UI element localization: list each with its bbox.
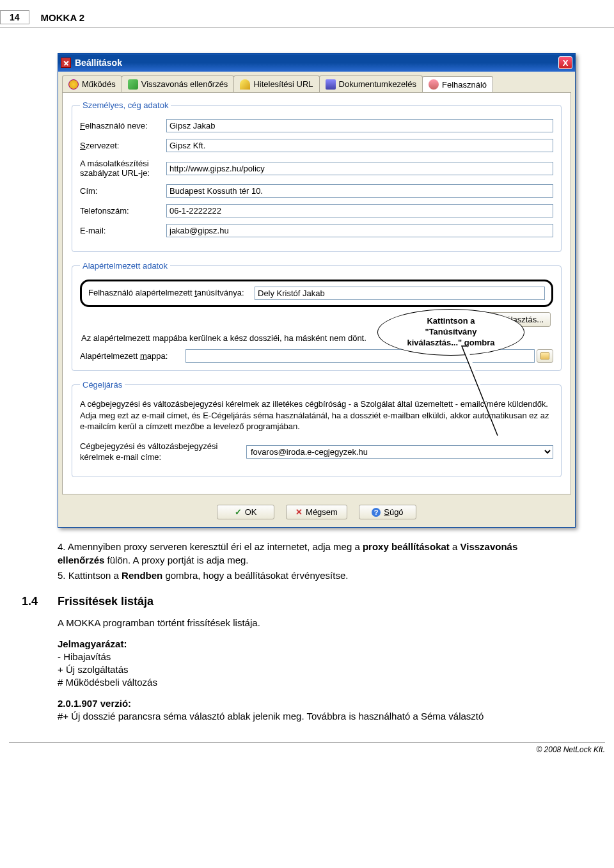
tab-panel-user: Kattintson a "Tanúsítvány kiválasztás...… — [62, 92, 571, 494]
input-policy-url[interactable] — [166, 162, 553, 175]
legend-title: Jelmagyarázat: — [58, 638, 127, 649]
tab-label: Működés — [82, 79, 116, 89]
callout-line: "Tanúsítvány — [387, 327, 515, 338]
tab-revocation[interactable]: Visszavonás ellenőrzés — [122, 75, 235, 92]
button-label: Súgó — [384, 507, 403, 517]
page-number: 14 — [0, 10, 29, 24]
tab-label: Dokumentumkezelés — [339, 79, 416, 89]
input-address[interactable] — [166, 184, 553, 198]
input-phone[interactable] — [166, 204, 553, 217]
titlebar: Beállítások X — [58, 54, 575, 72]
button-label: Mégsem — [306, 507, 338, 517]
folder-icon — [540, 352, 549, 359]
paragraph: A MOKKA programban történt frissítések l… — [58, 617, 556, 629]
input-email[interactable] — [166, 224, 553, 237]
version-line: #+ Új dosszié parancsra séma választó ab… — [58, 711, 484, 722]
group-legend: Személyes, cég adatok — [80, 100, 171, 110]
body-text: 4. Amennyiben proxy serveren keresztül é… — [58, 541, 556, 723]
input-default-cert[interactable] — [255, 287, 545, 300]
version-block: 2.0.1.907 verzió: #+ Új dosszié parancsr… — [58, 697, 556, 723]
refresh-icon — [128, 79, 138, 90]
button-label: OK — [245, 507, 257, 517]
help-button[interactable]: Súgó — [359, 505, 416, 519]
label-proc-email: Cégbejegyzési és változásbejegyzési kére… — [80, 441, 246, 463]
app-icon — [61, 58, 71, 68]
input-username[interactable] — [166, 119, 553, 132]
section-title: Frissítések listája — [58, 594, 154, 609]
label-policy: A másolatkészítési szabályzat URL-je: — [80, 159, 166, 178]
tab-user[interactable]: Felhasználó — [422, 76, 493, 93]
input-org[interactable] — [166, 139, 553, 152]
label-email: E-mail: — [80, 226, 166, 235]
tab-label: Visszavonás ellenőrzés — [141, 79, 228, 89]
callout-tooltip: Kattintson a "Tanúsítvány kiválasztás...… — [377, 309, 524, 356]
group-legend: Alapértelmezett adatok — [80, 261, 170, 271]
close-button[interactable]: X — [558, 56, 572, 69]
page-footer: © 2008 NetLock Kft. — [9, 742, 605, 763]
group-legend: Cégeljárás — [80, 380, 125, 390]
label-address: Cím: — [80, 186, 166, 196]
dialog-title: Beállítások — [75, 58, 558, 68]
paragraph: 5. Kattintson a Rendben gombra, hogy a b… — [58, 569, 556, 582]
select-proc-email[interactable]: fovaros@iroda.e-cegjegyzek.hu — [246, 445, 553, 459]
group-personal: Személyes, cég adatok Felhasználó neve: … — [72, 100, 562, 252]
page-title: MOKKA 2 — [41, 12, 85, 23]
legend-item: - Hibajavítás — [58, 651, 111, 662]
section-number: 1.4 — [22, 594, 58, 609]
user-icon — [429, 79, 439, 90]
legend-item: + Új szolgáltatás — [58, 664, 128, 675]
ok-button[interactable]: OK — [217, 505, 274, 519]
callout-line: Kattintson a — [387, 316, 515, 327]
dialog-buttons: OK Mégsem Súgó — [58, 498, 575, 527]
paragraph: 4. Amennyiben proxy serveren keresztül é… — [58, 541, 556, 567]
tab-bar: Működés Visszavonás ellenőrzés Hitelesít… — [58, 72, 575, 92]
tab-label: Felhasználó — [442, 80, 487, 90]
settings-dialog: Beállítások X Működés Visszavonás ellenő… — [58, 53, 576, 528]
cert-highlight: Felhasználó alapértelmezett tanúsítványa… — [80, 280, 553, 307]
cancel-button[interactable]: Mégsem — [286, 505, 347, 519]
label-org: Szervezet: — [80, 141, 166, 150]
tab-document[interactable]: Dokumentumkezelés — [319, 75, 423, 92]
gear-icon — [68, 79, 79, 90]
legend-item: # Működésbeli változás — [58, 677, 157, 688]
x-icon — [295, 507, 303, 517]
callout-arrow-icon — [460, 345, 518, 441]
label-default-cert: Felhasználó alapértelmezett tanúsítványa… — [88, 288, 255, 299]
tab-label: Hitelesítési URL — [253, 79, 313, 89]
label-default-folder: Alapértelmezett mappa: — [80, 351, 185, 361]
label-phone: Telefonszám: — [80, 206, 166, 216]
tab-operation[interactable]: Működés — [62, 75, 122, 92]
browse-button[interactable] — [537, 349, 553, 363]
help-icon — [372, 507, 381, 517]
version-title: 2.0.1.907 verzió: — [58, 698, 131, 709]
page-header: 14 MOKKA 2 — [0, 8, 614, 28]
check-icon — [235, 507, 242, 517]
key-icon — [240, 79, 250, 90]
tab-auth-url[interactable]: Hitelesítési URL — [233, 75, 319, 92]
document-icon — [326, 79, 336, 90]
legend-block: Jelmagyarázat: - Hibajavítás + Új szolgá… — [58, 638, 556, 690]
label-username: Felhasználó neve: — [80, 121, 166, 130]
